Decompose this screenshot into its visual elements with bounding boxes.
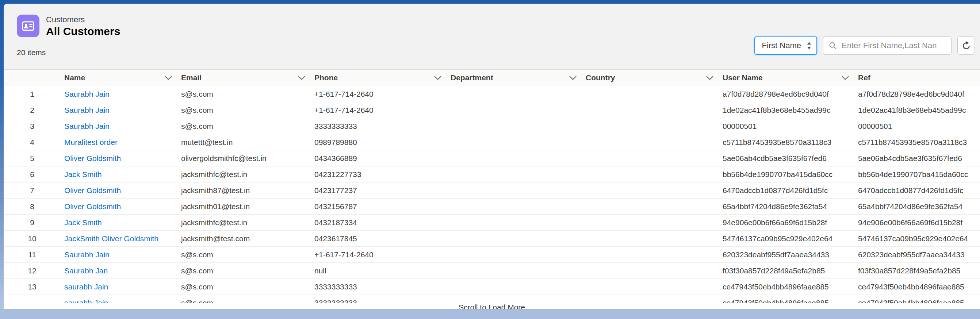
customer-name-link[interactable]: saurabh Jain [64,282,108,291]
cell-email: s@s.com [179,90,312,98]
cell-phone: 3333333333 [312,282,449,291]
cell-name: Saurabh Jain [62,90,179,98]
table-row: saurabh Jain s@s.com 3333333333 ce47943f… [4,295,980,303]
chevron-down-icon[interactable] [298,76,305,80]
table-rows: 1 Saurabh Jain s@s.com +1-617-714-2640 a… [4,86,980,295]
search-input[interactable] [841,41,946,51]
customer-name-link[interactable]: Oliver Goldsmith [64,202,121,211]
cell-name: Jack Smith [62,170,179,179]
table-row: 3 Saurabh Jain s@s.com 3333333333 000005… [4,118,980,134]
cell-name: Saurabh Jain [62,251,179,259]
customer-name-link[interactable]: Saurabh Jain [64,106,110,114]
cell-username: 6470adccb1d0877d426fd1d5fc [721,186,856,195]
column-header-label: Phone [314,73,338,82]
row-number: 7 [4,186,62,195]
row-number: 9 [4,218,62,227]
search-field-select[interactable]: First Name [754,37,817,55]
table-row: 6 Jack Smith jacksmithfc@test.in 0423122… [4,167,980,183]
cell-ref: bb56b4de1990707ba415da60cc [856,170,980,179]
customer-name-link[interactable]: saurabh Jain [64,298,108,303]
row-number: 2 [4,106,62,114]
cell-ref: ce47943f50eb4bb4896faae885 [856,282,980,291]
cell-email: mutettt@test.in [179,138,312,147]
cell-ref: ce47943f50eb4bb4896faae885 [856,298,980,303]
chevron-down-icon[interactable] [569,76,577,80]
customer-name-link[interactable]: Saurabh Jain [64,90,110,98]
cell-email: s@s.com [179,122,312,131]
cell-email: s@s.com [179,267,312,275]
table-row: 1 Saurabh Jain s@s.com +1-617-714-2640 a… [4,86,980,102]
customers-object-icon [17,14,40,37]
chevron-down-icon[interactable] [434,76,442,80]
search-field-select-value: First Name [762,41,801,50]
customer-name-link[interactable]: Saurabh Jain [64,122,110,130]
cell-ref: 1de02ac41f8b3e68eb455ad99c [856,106,980,114]
customer-name-link[interactable]: Saurabh Jain [64,251,110,259]
cell-email: s@s.com [179,282,312,291]
column-header[interactable]: Name [62,70,179,86]
customer-name-link[interactable]: Jack Smith [64,218,102,227]
cell-username: c5711b87453935e8570a3118c3 [721,138,856,147]
customer-name-link[interactable]: Jack Smith [64,170,102,178]
chevron-down-icon[interactable] [164,76,172,80]
column-header[interactable]: Phone [312,70,449,86]
refresh-button[interactable] [957,37,975,55]
cell-phone: 0423177237 [312,186,449,195]
cell-ref: 54746137ca09b95c929e402e64 [856,234,980,243]
table-row: 12 Saurabh Jan s@s.com null f03f30a857d2… [4,263,980,279]
table-row: 5 Oliver Goldsmith olivergoldsmithfc@tes… [4,151,980,167]
column-header[interactable]: User Name [721,70,856,86]
title-block: Customers All Customers [46,14,120,38]
column-header-label: Country [585,73,615,82]
column-header[interactable]: Country [584,70,721,86]
customer-name-link[interactable]: Oliver Goldsmith [64,154,121,162]
customer-name-link[interactable]: Oliver Goldsmith [64,186,121,195]
customer-name-link[interactable]: Saurabh Jan [64,267,108,275]
cell-phone: null [312,267,449,275]
cell-phone: 0432187334 [312,218,449,227]
cell-name: Oliver Goldsmith [62,154,179,163]
cell-name: Muralitest order [62,138,179,147]
cell-ref: 65a4bbf74204d86e9fe362fa54 [856,202,980,211]
list-view-header: Customers All Customers 20 items First N… [4,4,980,69]
cell-phone: 3333333333 [312,122,449,131]
chevron-down-icon[interactable] [841,76,849,80]
row-number: 3 [4,122,62,131]
cell-email: jacksmith01@test.in [179,202,312,211]
cell-ref: 620323deabf955df7aaea34433 [856,251,980,259]
customer-name-link[interactable]: Muralitest order [64,138,118,146]
stepper-icon [806,41,812,51]
row-number: 4 [4,138,62,147]
contact-card-icon [21,19,35,33]
column-header[interactable]: Department [449,70,584,86]
list-view-card: Customers All Customers 20 items First N… [4,4,980,309]
cell-name: Oliver Goldsmith [62,202,179,211]
table-header-row: Name Email Phone Department Country User… [4,69,980,86]
row-number-column-header [4,70,62,86]
column-header-label: Email [181,73,202,82]
cell-name: saurabh Jain [62,282,179,291]
customer-name-link[interactable]: JackSmith Oliver Goldsmith [64,234,159,243]
cell-username: ce47943f50eb4bb4896faae885 [721,298,856,303]
column-header[interactable]: Ref [856,70,980,86]
cell-phone: 0434366889 [312,154,449,163]
row-number: 6 [4,170,62,179]
cell-username: 1de02ac41f8b3e68eb455ad99c [721,106,856,114]
item-count: 20 items [17,48,46,57]
cell-phone: +1-617-714-2640 [312,251,449,259]
page-title: All Customers [46,24,120,38]
cell-phone: 0423617845 [312,234,449,243]
row-number: 11 [4,251,62,259]
horizontal-scrollbar[interactable] [0,309,980,319]
chevron-down-icon[interactable] [706,76,714,80]
cell-username: 00000501 [721,122,856,131]
cell-username: bb56b4de1990707ba415da60cc [721,170,856,179]
column-header[interactable]: Email [179,70,312,86]
cell-email: jacksmith@test.com [179,234,312,243]
cell-phone: 0432156787 [312,202,449,211]
search-box [823,37,951,55]
table-row: 7 Oliver Goldsmith jacksmith87@test.in 0… [4,183,980,198]
cell-email: s@s.com [179,298,312,303]
cell-ref: f03f30a857d228f49a5efa2b85 [856,267,980,275]
cell-email: jacksmithfc@test.in [179,170,312,179]
